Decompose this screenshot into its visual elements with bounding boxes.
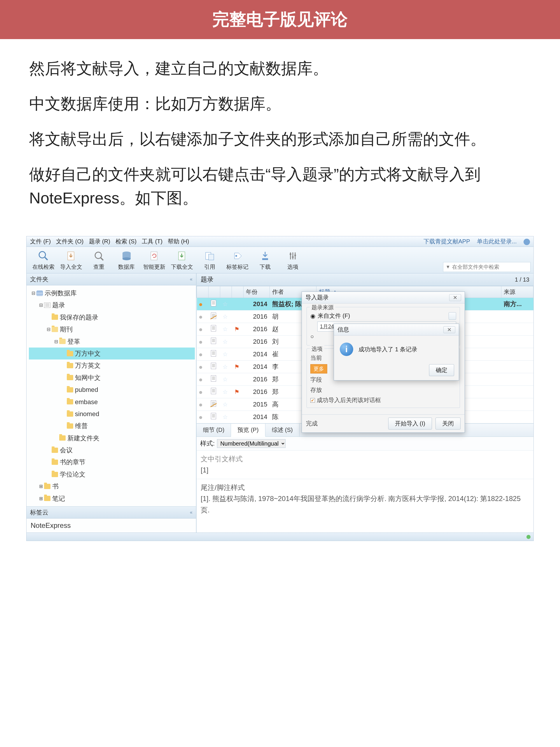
tree-node-mysaved[interactable]: 我保存的题录 (29, 311, 195, 323)
flag-icon[interactable]: ⚑ (234, 326, 239, 332)
folder-icon (67, 399, 73, 405)
tree-node-conference[interactable]: 会议 (29, 444, 195, 456)
link-login[interactable]: 单击此处登录... (477, 238, 517, 244)
col-source[interactable]: 来源 (501, 286, 533, 298)
tree-node-journal[interactable]: ⊟期刊 (29, 323, 195, 335)
folder-search-box[interactable]: ▼ (443, 262, 531, 272)
toolbar-download-fulltext[interactable]: 下载全文 (168, 249, 196, 272)
close-icon[interactable]: ✕ (443, 326, 455, 333)
database-icon (36, 291, 43, 296)
star-icon[interactable]: ☆ (222, 301, 228, 307)
import-dialog-footer: 完成 开始导入 (I) 关闭 (302, 414, 464, 433)
star-icon[interactable]: ☆ (222, 376, 228, 383)
tree-node-book[interactable]: ⊞书 (29, 480, 195, 492)
star-icon[interactable]: ☆ (222, 389, 228, 395)
style-row: 样式: Numbered(Multilingual (196, 437, 533, 450)
tree-node-bookchapter[interactable]: 书的章节 (29, 456, 195, 468)
toolbar-download[interactable]: 下载 (251, 249, 279, 272)
status-dot-icon (199, 379, 202, 381)
preview-heading: 文中引文样式 (201, 454, 529, 465)
status-led-icon (527, 535, 531, 539)
radio-from-file-label: 来自文件 (F) (318, 312, 350, 320)
user-avatar-icon[interactable] (524, 239, 530, 245)
toolbar-import-fulltext[interactable]: 导入全文 (57, 249, 85, 272)
toolbar-options[interactable]: 选项 (279, 249, 306, 272)
menu-file[interactable]: 文件 (F) (30, 237, 51, 246)
star-icon[interactable]: ☆ (222, 313, 228, 320)
tree-node-wanfang-cn[interactable]: 万方中文 (29, 347, 195, 360)
message-dialog-titlebar[interactable]: 信息 ✕ (334, 324, 459, 336)
tree-node-database[interactable]: ⊟示例数据库 (29, 287, 195, 299)
flag-icon[interactable]: ⚑ (234, 364, 239, 370)
ok-button[interactable]: 确定 (429, 364, 454, 376)
star-icon[interactable]: ☆ (222, 338, 228, 345)
close-after-import-checkbox[interactable]: ✔成功导入后关闭该对话框 (310, 396, 456, 404)
tree-node-dengge[interactable]: ⊟登革 (29, 336, 195, 347)
star-icon[interactable]: ☆ (222, 326, 228, 332)
tab-summary[interactable]: 综述 (S) (265, 424, 299, 437)
svg-rect-13 (262, 258, 268, 260)
toolbar-online-search[interactable]: 在线检索 (29, 249, 57, 272)
toolbar-dedup[interactable]: 查重 (85, 249, 113, 272)
body-paragraph: 中文数据库使用：比如万方数据库。 (29, 92, 531, 115)
close-icon[interactable]: ✕ (449, 294, 461, 301)
radio-alt[interactable]: ○ (310, 333, 314, 340)
folder-tree[interactable]: ⊟示例数据库 ⊟题录 我保存的题录 ⊟期刊 ⊟登革 万方中文 万方英文 知网中文… (27, 285, 196, 506)
tree-node-embase[interactable]: embase (29, 396, 195, 408)
folder-icon (44, 484, 50, 489)
style-select[interactable]: Numbered(Multilingual (217, 439, 286, 448)
tree-node-newfolder[interactable]: 新建文件夹 (29, 432, 195, 444)
tree-node-pubmed[interactable]: pubmed (29, 384, 195, 396)
record-pane-header: 题录 1 / 13 (196, 274, 533, 286)
star-icon[interactable]: ☆ (222, 401, 228, 408)
article-body: 然后将文献导入，建立自己的文献数据库。 中文数据库使用：比如万方数据库。 将文献… (0, 39, 560, 230)
close-button[interactable]: 关闭 (435, 417, 460, 430)
menu-search[interactable]: 检索 (S) (115, 237, 136, 246)
tab-detail[interactable]: 细节 (D) (196, 424, 231, 437)
import-dialog-titlebar[interactable]: 导入题录 ✕ (302, 292, 464, 304)
browse-button[interactable] (449, 312, 456, 320)
menu-record[interactable]: 题录 (R) (89, 237, 110, 246)
radio-from-file[interactable]: ◉ (310, 312, 315, 319)
tree-node-thesis[interactable]: 学位论文 (29, 468, 195, 480)
page-icon (211, 338, 216, 344)
menu-tool[interactable]: 工具 (T) (142, 237, 162, 246)
tree-node-wanfang-en[interactable]: 万方英文 (29, 360, 195, 371)
page-icon (211, 350, 216, 357)
pencil-icon (211, 400, 216, 407)
svg-point-0 (39, 252, 46, 258)
menu-right-links: 下载青提文献APP 单击此处登录... (418, 237, 530, 246)
search-input[interactable] (452, 264, 528, 270)
tree-node-notes[interactable]: ⊞笔记 (29, 493, 195, 505)
tree-node-weipu[interactable]: 维普 (29, 420, 195, 432)
toolbar-cite[interactable]: 引用 (196, 249, 223, 272)
tree-node-cnki-cn[interactable]: 知网中文 (29, 372, 195, 384)
message-dialog: 信息 ✕ i 成功地导入了 1 条记录 确定 (334, 324, 459, 381)
menu-help[interactable]: 帮助 (H) (168, 237, 189, 246)
more-button[interactable]: 更多 (310, 364, 327, 374)
collapse-icon[interactable]: « (190, 277, 192, 282)
folder-pane-header: 文件夹« (27, 274, 196, 285)
tab-preview[interactable]: 预览 (P) (231, 424, 265, 437)
tree-node-records[interactable]: ⊟题录 (29, 299, 195, 311)
link-download-app[interactable]: 下载青提文献APP (424, 238, 470, 244)
download-doc-icon (176, 250, 188, 262)
import-status: 完成 (306, 420, 318, 428)
star-icon[interactable]: ☆ (222, 364, 228, 370)
status-bar (27, 533, 533, 541)
star-icon[interactable]: ☆ (222, 351, 228, 357)
flag-icon[interactable]: ⚑ (234, 389, 239, 395)
search-dropdown-icon[interactable]: ▼ (446, 264, 450, 269)
tree-node-sinomed[interactable]: sinomed (29, 408, 195, 420)
col-year[interactable]: 年份 (243, 286, 270, 298)
menu-folder[interactable]: 文件夹 (O) (56, 237, 83, 246)
collapse-icon[interactable]: « (190, 510, 192, 515)
folder-icon (52, 472, 58, 477)
toolbar-smart-update[interactable]: 智能更新 (140, 249, 168, 272)
start-import-button[interactable]: 开始导入 (I) (388, 417, 432, 430)
toolbar-database[interactable]: 数据库 (113, 249, 140, 272)
toolbar-label[interactable]: 标签标记 (223, 249, 251, 272)
star-icon[interactable]: ☆ (222, 414, 228, 420)
status-dot-icon (199, 353, 202, 356)
import-icon (65, 250, 77, 262)
